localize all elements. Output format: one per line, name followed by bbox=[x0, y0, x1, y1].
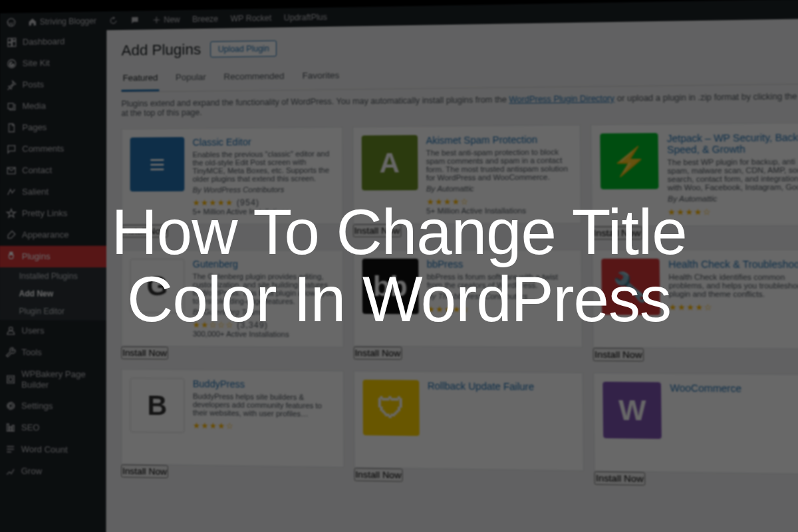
hero-title-text: How To Change Title Color In WordPress bbox=[73, 199, 725, 333]
hero-title-overlay: How To Change Title Color In WordPress bbox=[0, 0, 798, 532]
